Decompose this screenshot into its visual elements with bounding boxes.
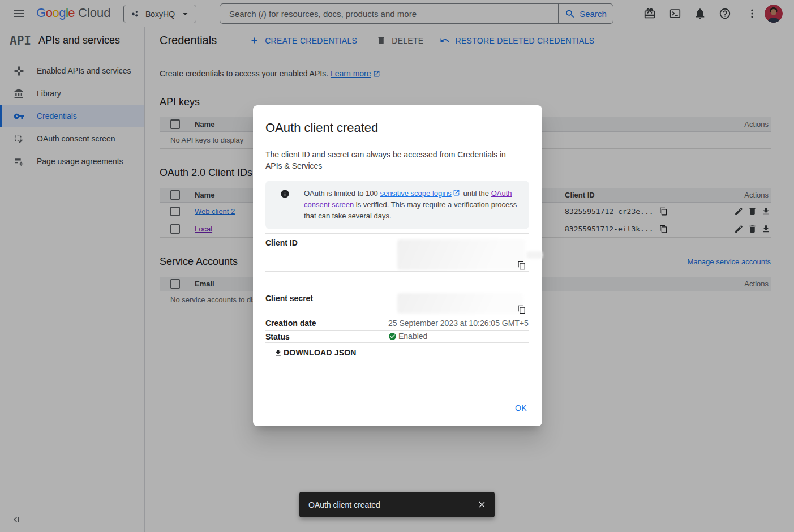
client-secret-row: Client secret	[265, 289, 529, 315]
toast-close-icon[interactable]	[477, 500, 487, 509]
screen: Google Cloud BoxyHQ Search	[0, 0, 794, 532]
creation-date-value: 25 September 2023 at 10:26:05 GMT+5	[388, 319, 529, 328]
toast-message: OAuth client created	[308, 500, 380, 509]
dialog-subtitle: The client ID and secret can always be a…	[265, 149, 517, 171]
spacer-row	[265, 271, 529, 289]
status-row: Status Enabled	[265, 330, 529, 343]
sensitive-scope-logins-link[interactable]: sensitive scope logins	[380, 189, 451, 198]
client-id-redacted-value	[397, 239, 525, 270]
info-icon	[265, 181, 304, 229]
dialog-title: OAuth client created	[265, 120, 529, 136]
status-value: Enabled	[398, 332, 427, 341]
status-enabled-icon	[388, 332, 397, 341]
toast: OAuth client created	[299, 492, 495, 517]
oauth-client-created-dialog: OAuth client created The client ID and s…	[253, 105, 542, 426]
notice-banner: OAuth is limited to 100 sensitive scope …	[265, 181, 529, 229]
copy-client-secret-icon[interactable]	[517, 305, 526, 314]
copy-client-id-icon[interactable]	[517, 261, 526, 270]
download-json-button[interactable]: DOWNLOAD JSON	[274, 348, 357, 357]
external-link-icon	[453, 189, 460, 196]
notice-text: OAuth is limited to 100 sensitive scope …	[304, 181, 523, 229]
dialog-fields: Client ID Client secret Creation date 25…	[265, 233, 529, 343]
client-secret-redacted-value	[397, 293, 523, 314]
client-id-row: Client ID	[265, 233, 529, 271]
download-icon	[274, 349, 282, 357]
ok-button[interactable]: OK	[515, 404, 527, 413]
creation-date-row: Creation date 25 September 2023 at 10:26…	[265, 315, 529, 330]
client-id-redacted-value	[526, 251, 543, 259]
